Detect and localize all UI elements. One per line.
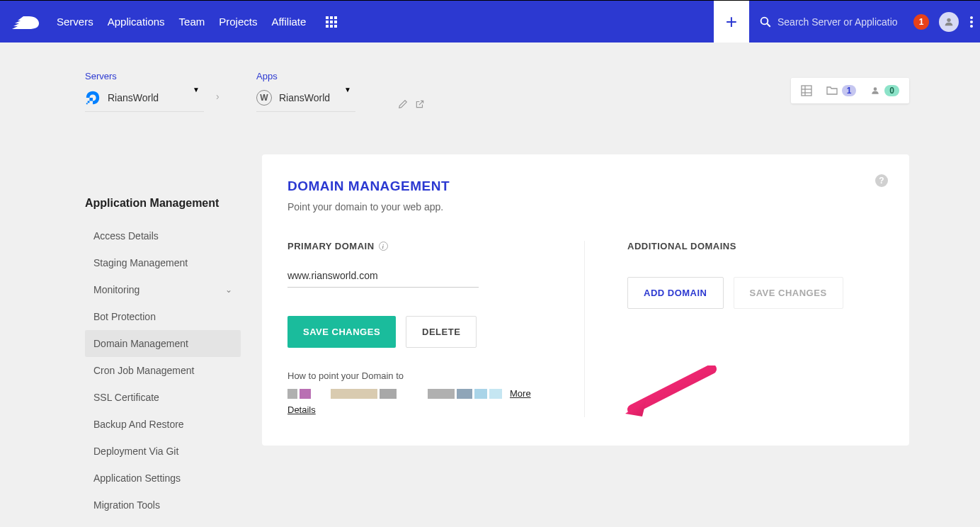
svg-rect-15 — [802, 86, 811, 96]
svg-point-19 — [874, 87, 877, 91]
stat-user[interactable]: 0 — [870, 85, 899, 96]
svg-rect-6 — [326, 25, 329, 28]
sidebar-item-git[interactable]: Deployment Via Git — [85, 438, 241, 465]
brand-logo[interactable] — [0, 12, 50, 32]
sidebar-item-cron[interactable]: Cron Job Management — [85, 357, 241, 384]
app-selector[interactable]: W RiansWorld ▼ — [256, 87, 355, 112]
svg-point-14 — [970, 25, 973, 28]
add-button[interactable]: + — [714, 1, 749, 42]
sidebar-item-backup[interactable]: Backup And Restore — [85, 411, 241, 438]
svg-rect-3 — [326, 21, 329, 23]
apps-grid-icon[interactable] — [326, 16, 337, 28]
sidebar-item-access-details[interactable]: Access Details — [85, 222, 241, 249]
breadcrumb-apps: Apps W RiansWorld ▼ — [256, 71, 384, 112]
breadcrumb-servers-label: Servers — [85, 71, 241, 81]
app-actions — [398, 99, 425, 112]
sidebar: Application Management Access Details St… — [85, 197, 241, 527]
notification-badge[interactable]: 1 — [913, 14, 929, 30]
sidebar-item-app-settings[interactable]: Application Settings — [85, 465, 241, 492]
help-icon[interactable]: ? — [875, 174, 888, 187]
svg-rect-1 — [330, 16, 333, 19]
nav-affiliate[interactable]: Affiliate — [264, 16, 313, 28]
svg-rect-5 — [334, 21, 337, 23]
nav-servers[interactable]: Servers — [50, 16, 101, 28]
edit-icon[interactable] — [398, 99, 408, 112]
search-bar — [749, 16, 908, 28]
sidebar-item-domain-management[interactable]: Domain Management — [85, 330, 241, 357]
sidebar-item-bot-protection[interactable]: Bot Protection — [85, 303, 241, 330]
sidebar-item-staging[interactable]: Staging Management — [85, 249, 241, 276]
additional-domains-label: ADDITIONAL DOMAINS — [627, 241, 884, 251]
panel-title: DOMAIN MANAGEMENT — [287, 178, 884, 194]
more-link[interactable]: More — [510, 387, 531, 402]
add-domain-button[interactable]: ADD DOMAIN — [627, 277, 724, 309]
sidebar-item-migration[interactable]: Migration Tools — [85, 492, 241, 518]
svg-point-9 — [761, 17, 768, 24]
primary-domain-section: PRIMARY DOMAIN i SAVE CHANGES DELETE — [287, 241, 585, 417]
user-avatar[interactable] — [939, 12, 959, 32]
digitalocean-icon — [85, 90, 101, 106]
sidebar-item-monitoring[interactable]: Monitoring⌄ — [85, 276, 241, 303]
domain-panel: ? DOMAIN MANAGEMENT Point your domain to… — [262, 154, 909, 446]
caret-down-icon: ▼ — [193, 86, 200, 94]
server-name: RiansWorld — [108, 92, 159, 103]
sidebar-item-ssl[interactable]: SSL Certificate — [85, 384, 241, 411]
svg-line-10 — [767, 23, 770, 27]
svg-rect-7 — [330, 25, 333, 28]
delete-button[interactable]: DELETE — [406, 316, 477, 348]
svg-point-11 — [947, 18, 950, 21]
search-input[interactable] — [777, 16, 898, 28]
redacted-text: More — [287, 387, 556, 402]
user-count: 0 — [884, 85, 899, 96]
folder-count: 1 — [842, 85, 857, 96]
wordpress-icon: W — [256, 90, 272, 106]
svg-point-12 — [970, 16, 973, 19]
annotation-arrow-icon — [620, 366, 719, 422]
sidebar-title: Application Management — [85, 197, 241, 210]
search-icon — [759, 16, 772, 28]
kebab-menu-icon[interactable] — [963, 16, 980, 28]
help-text: How to point your Domain to More Details — [287, 369, 556, 417]
save-changes-button[interactable]: SAVE CHANGES — [287, 316, 396, 348]
top-navbar: Servers Applications Team Projects Affil… — [0, 0, 980, 42]
details-link[interactable]: Details — [287, 403, 316, 418]
external-link-icon[interactable] — [415, 99, 425, 112]
svg-rect-0 — [326, 16, 329, 19]
sidebar-item-cloudflare[interactable]: Cloudflare — [85, 518, 241, 527]
primary-domain-label: PRIMARY DOMAIN i — [287, 241, 556, 251]
breadcrumb-apps-label: Apps — [256, 71, 384, 81]
svg-rect-2 — [334, 16, 337, 19]
svg-point-13 — [970, 21, 973, 23]
stat-folder[interactable]: 1 — [826, 85, 857, 96]
svg-rect-8 — [334, 25, 337, 28]
chevron-down-icon: ⌄ — [225, 285, 232, 295]
server-selector[interactable]: RiansWorld ▼ — [85, 87, 204, 112]
nav-applications[interactable]: Applications — [101, 16, 172, 28]
nav-projects[interactable]: Projects — [212, 16, 264, 28]
info-icon[interactable]: i — [379, 242, 388, 251]
stat-grid-icon[interactable] — [801, 85, 812, 96]
save-changes-disabled-button: SAVE CHANGES — [734, 277, 843, 309]
primary-domain-input[interactable] — [287, 264, 479, 288]
main-nav: Servers Applications Team Projects Affil… — [50, 16, 313, 28]
panel-subtitle: Point your domain to your web app. — [287, 201, 884, 212]
app-name: RiansWorld — [279, 92, 330, 103]
caret-down-icon: ▼ — [344, 86, 351, 94]
breadcrumb-chevron-icon: › — [216, 91, 220, 102]
stats-card: 1 0 — [791, 78, 909, 103]
nav-team[interactable]: Team — [172, 16, 212, 28]
svg-rect-4 — [330, 21, 333, 23]
